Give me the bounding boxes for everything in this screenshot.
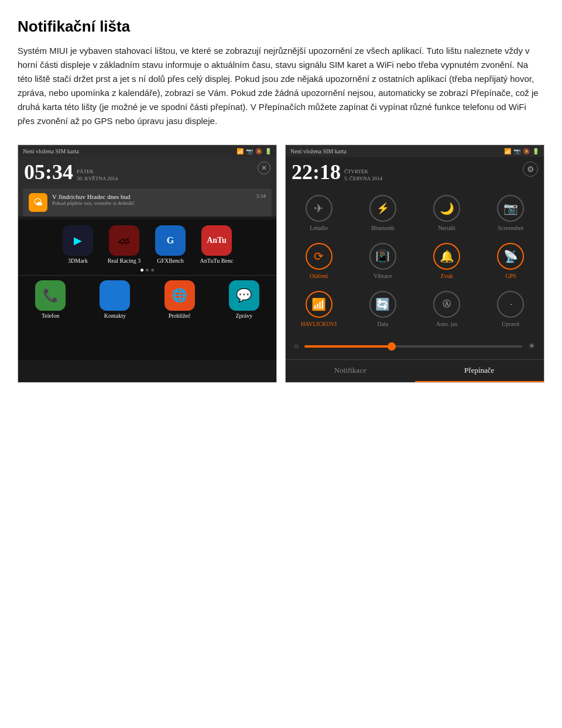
sound-icon: 🔔 <box>433 243 460 270</box>
dock-icon-phone: 📞 <box>35 280 66 311</box>
right-battery-icon: 🔋 <box>532 148 539 154</box>
brightness-thumb[interactable] <box>388 342 396 351</box>
right-phone-screen: Není vložena SIM karta 📶 📷 🔕 🔋 22:18 ČTV… <box>285 145 544 383</box>
screenshot-icon: 📷 <box>497 195 524 222</box>
left-date-info: PÁTEK 30. KVĚTNA 2014 <box>77 168 118 183</box>
toggle-bluetooth[interactable]: ⚡ Bluetooth <box>352 190 413 236</box>
dock-label-phone: Telefon <box>29 313 73 319</box>
toggle-airplane[interactable]: ✈ Letadlo <box>288 190 349 236</box>
dock-icon-contacts: 👤 <box>100 280 130 311</box>
app-item-antutu[interactable]: AnTu AnTuTu Benc <box>195 225 239 264</box>
bluetooth-icon: ⚡ <box>369 195 396 222</box>
brightness-fill <box>304 345 392 348</box>
left-phone-screen: Není vložena SIM karta 📶 📷 🔕 🔋 05:34 PÁT… <box>18 145 277 383</box>
right-wifi-icon: 📶 <box>504 148 511 154</box>
toggle-edit[interactable]: ··· Upravit <box>480 286 542 332</box>
page-title: Notifikační lišta <box>18 18 544 36</box>
toggle-grid: ✈ Letadlo ⚡ Bluetooth 🌙 Nerušit 📷 Screen… <box>286 186 544 336</box>
brightness-row: ○ ☀ <box>286 336 544 356</box>
dot-3 <box>151 269 154 272</box>
camera-icon: 📷 <box>246 148 253 154</box>
notif-close-button[interactable]: ✕ <box>258 162 270 174</box>
notif-text-block: V Jindrichuv Hradec dnes bud Pokud půjde… <box>52 193 252 206</box>
dock-label-browser: Prohlížeč <box>157 313 201 319</box>
app-label-gfx: GFXBench <box>149 257 193 264</box>
dock-item-browser[interactable]: 🌐 Prohlížeč <box>157 280 201 319</box>
app-label-antutu: AnTuTu Benc <box>195 257 239 264</box>
app-grid-row1: ▶ 3DMark 🏎 Real Racing 3 G GFXBench <box>18 219 276 266</box>
left-notif-panel: 05:34 PÁTEK 30. KVĚTNA 2014 ✕ 🌤 V Jindri… <box>18 157 276 217</box>
donotdisturb-icon: 🌙 <box>433 195 460 222</box>
dot-indicator <box>18 269 276 272</box>
notif-weather-icon: 🌤 <box>29 193 47 212</box>
data-label: Data <box>377 321 388 327</box>
gps-label: GPS <box>505 273 516 279</box>
notif-subtitle: Pokud půjdete ven, vezměte si deštník! <box>52 200 252 206</box>
airplane-label: Letadlo <box>310 225 328 231</box>
autobrightness-label: Auto. jas <box>436 321 457 327</box>
edit-icon: ··· <box>497 291 524 318</box>
settings-gear-button[interactable]: ⚙ <box>523 162 538 177</box>
dock-label-contacts: Kontakty <box>93 313 137 319</box>
data-icon: 🔄 <box>369 291 396 318</box>
right-toggle-panel: 22:18 ČTVRTEK 5. ČERVNA 2014 ⚙ ✈ Letadlo… <box>286 157 544 382</box>
left-time-row: 05:34 PÁTEK 30. KVĚTNA 2014 ✕ <box>18 157 276 186</box>
toggle-wifi-name[interactable]: 📶 HAVLICKOVI <box>288 286 349 332</box>
sound-label: Zvuk <box>441 273 453 279</box>
tab-bar: Notifikace Přepínače <box>286 359 544 382</box>
wifi-icon: 📶 <box>237 148 244 154</box>
vibration-label: Vibrace <box>373 273 392 279</box>
app-icon-racing: 🏎 <box>109 225 139 256</box>
right-camera-icon: 📷 <box>513 148 520 154</box>
app-item-gfx[interactable]: G GFXBench <box>149 225 193 264</box>
toggle-vibration[interactable]: 📳 Vibrace <box>352 238 413 284</box>
app-icon-gfx: G <box>155 225 186 256</box>
right-status-bar: Není vložena SIM karta 📶 📷 🔕 🔋 <box>286 145 544 157</box>
notif-timestamp: 5:34 <box>256 193 266 199</box>
mute-icon: 🔕 <box>255 148 262 154</box>
screenshots-row: Není vložena SIM karta 📶 📷 🔕 🔋 05:34 PÁT… <box>18 145 544 383</box>
tab-switches[interactable]: Přepínače <box>415 360 544 382</box>
notification-item[interactable]: 🌤 V Jindrichuv Hradec dnes bud Pokud půj… <box>23 188 272 217</box>
toggle-sound[interactable]: 🔔 Zvuk <box>416 238 478 284</box>
right-date-info: ČTVRTEK 5. ČERVNA 2014 <box>344 168 382 183</box>
app-item-3dmark[interactable]: ▶ 3DMark <box>56 225 100 264</box>
app-label-racing: Real Racing 3 <box>102 257 146 264</box>
vibration-icon: 📳 <box>369 243 396 270</box>
left-clock: 05:34 <box>24 162 73 183</box>
notif-title: V Jindrichuv Hradec dnes bud <box>52 193 252 200</box>
left-app-area: ▶ 3DMark 🏎 Real Racing 3 G GFXBench <box>18 219 276 360</box>
gps-icon: 📡 <box>497 243 524 270</box>
bluetooth-label: Bluetooth <box>371 225 394 231</box>
donotdisturb-label: Nerušit <box>438 225 455 231</box>
left-sim-text: Není vložena SIM karta <box>23 148 79 154</box>
toggle-donotdisturb[interactable]: 🌙 Nerušit <box>416 190 478 236</box>
right-mute-icon: 🔕 <box>523 148 530 154</box>
right-status-icons: 📶 📷 🔕 🔋 <box>504 148 539 154</box>
app-icon-antutu: AnTu <box>201 225 232 256</box>
toggle-screenshot[interactable]: 📷 Screenshot <box>480 190 542 236</box>
toggle-rotation[interactable]: ⟳ Otáčení <box>288 238 349 284</box>
app-icon-3dmark: ▶ <box>63 225 93 256</box>
toggle-data[interactable]: 🔄 Data <box>352 286 413 332</box>
tab-notifications[interactable]: Notifikace <box>286 360 415 382</box>
dock-item-messages[interactable]: 💬 Zprávy <box>222 280 266 319</box>
battery-icon: 🔋 <box>265 148 272 154</box>
wifi-name-icon: 📶 <box>306 291 333 318</box>
right-sim-text: Není vložena SIM karta <box>290 148 347 154</box>
edit-label: Upravit <box>502 321 520 327</box>
toggle-gps[interactable]: 📡 GPS <box>480 238 542 284</box>
dock-label-messages: Zprávy <box>222 313 266 319</box>
screenshot-label: Screenshot <box>498 225 523 231</box>
brightness-track[interactable] <box>304 345 522 348</box>
left-status-icons: 📶 📷 🔕 🔋 <box>237 148 272 154</box>
toggle-autobrightness[interactable]: Ⓐ Auto. jas <box>416 286 478 332</box>
brightness-min-icon: ○ <box>294 342 299 351</box>
wifi-name-label: HAVLICKOVI <box>301 321 337 327</box>
dock-icon-messages: 💬 <box>229 280 259 311</box>
brightness-max-icon: ☀ <box>528 341 536 351</box>
dock-item-phone[interactable]: 📞 Telefon <box>29 280 73 319</box>
right-time-row: 22:18 ČTVRTEK 5. ČERVNA 2014 ⚙ <box>286 157 544 186</box>
dock-item-contacts[interactable]: 👤 Kontakty <box>93 280 137 319</box>
app-item-racing[interactable]: 🏎 Real Racing 3 <box>102 225 146 264</box>
